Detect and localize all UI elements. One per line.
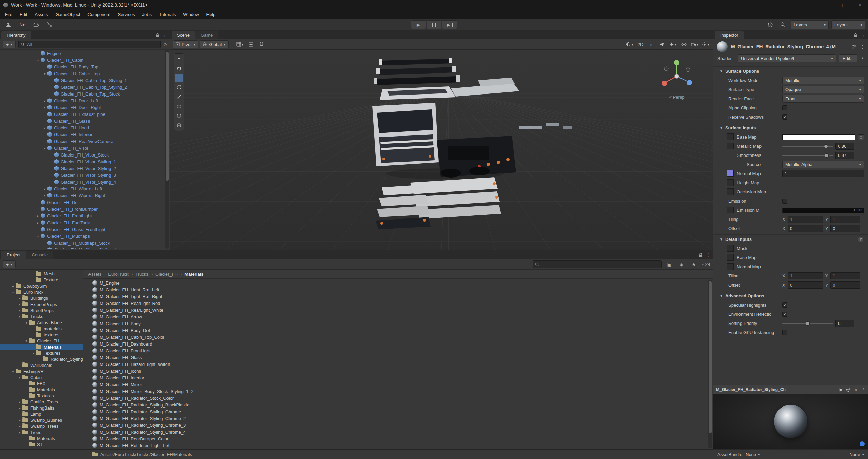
increment-snap-toggle[interactable] (257, 40, 266, 48)
project-folder-item[interactable]: ▾Antos_Blade (0, 319, 83, 326)
material-preview-area[interactable] (713, 394, 868, 449)
hierarchy-item[interactable]: Glacier_FH_FrontBumper (0, 206, 164, 212)
assetbundle-name-dropdown[interactable]: None▾ (746, 452, 760, 457)
menu-tutorials[interactable]: Tutorials (155, 10, 179, 19)
color-picker-icon[interactable] (858, 134, 864, 140)
version-control-icon[interactable] (44, 20, 54, 29)
project-folder-item[interactable]: ▾Cabin (0, 374, 83, 380)
scene-orientation-gizmo[interactable]: < Persp (656, 59, 697, 100)
asset-item[interactable]: M_Galcier_FH_RearLight_White (83, 307, 707, 313)
overlay-drag-handle[interactable]: ≡ (175, 55, 183, 63)
search-by-label-icon[interactable]: ◈ (677, 260, 686, 268)
shader-edit-button[interactable]: Edit... (839, 54, 857, 62)
rect-tool-button[interactable] (175, 102, 183, 111)
detail-offset-x-field[interactable]: 0 (788, 281, 823, 289)
project-folder-item[interactable]: Materials (0, 344, 83, 350)
asset-item[interactable]: M_Glacier_FH_Arrow (83, 313, 707, 320)
hierarchy-item[interactable]: Glacier_FH_Interior (0, 131, 164, 138)
tab-game[interactable]: Game (195, 31, 218, 39)
audio-toggle[interactable] (658, 40, 667, 48)
asset-item[interactable]: M_Glacier_FH_Rot_Inter_Light_Left (83, 442, 707, 449)
project-folder-item[interactable]: ▸Conifer_Trees (0, 399, 83, 405)
foldout-arrow[interactable]: ▾ (24, 321, 29, 325)
smoothness-source-dropdown[interactable]: Metallic Alpha▾ (782, 161, 864, 168)
hierarchy-item[interactable]: Engine (0, 50, 164, 57)
tool-handle-rotation-dropdown[interactable]: Global▾ (200, 40, 228, 48)
menu-window[interactable]: Window (179, 10, 202, 19)
presets-icon[interactable] (852, 45, 857, 49)
metallic-map-texture-slot[interactable] (727, 143, 734, 149)
hierarchy-item[interactable]: ▸Glacier_FH_FuelTank (0, 219, 164, 226)
offset-x-field[interactable]: 0 (788, 225, 823, 232)
project-search-input[interactable] (533, 260, 662, 268)
project-folder-item[interactable]: ▸Swamp_Bushes (0, 417, 83, 423)
render-face-dropdown[interactable]: Front▾ (782, 95, 864, 103)
smoothness-value-field[interactable]: 0.87 (835, 152, 854, 159)
lighting-toggle[interactable]: ☼ (647, 40, 656, 48)
panel-lock-icon[interactable] (156, 33, 159, 37)
scene-viewport[interactable]: ≡ (170, 50, 713, 250)
tiling-y-field[interactable]: 1 (830, 216, 860, 223)
foldout-arrow[interactable]: ▾ (31, 351, 36, 355)
hierarchy-search-input[interactable]: All (18, 41, 161, 48)
search-icon[interactable] (778, 20, 788, 29)
normal-scale-field[interactable]: 1 (782, 170, 864, 177)
asset-list-scrollbar[interactable] (708, 280, 712, 448)
hierarchy-item[interactable]: ▾Glacier_FH_Visor (0, 145, 164, 151)
foldout-arrow[interactable]: ▸ (17, 400, 22, 404)
asset-item[interactable]: M_Glacier_FH_Dashboard (83, 340, 707, 347)
metallic-value-field[interactable]: 0.86 (835, 143, 854, 150)
foldout-arrow[interactable]: ▸ (42, 99, 47, 103)
scale-tool-button[interactable] (175, 92, 183, 101)
asset-item[interactable]: M_Galcier_FH_Light_Rot_Right (83, 293, 707, 300)
project-folder-item[interactable]: Lamp (0, 411, 83, 417)
tab-scene[interactable]: Scene (172, 31, 195, 39)
pause-button[interactable] (427, 20, 441, 29)
asset-item[interactable]: M_Glacier_FH_Radiator_Styling_Chrome_2 (83, 415, 707, 422)
asset-item[interactable]: M_Glacier_FH_Mirror (83, 381, 707, 388)
hierarchy-item[interactable]: ▾Glacier_FH_Mudflaps (0, 233, 164, 239)
project-folder-item[interactable]: ▸FishingBaits (0, 405, 83, 411)
project-folder-item[interactable]: Materials (0, 387, 83, 393)
layers-dropdown[interactable]: Layers▾ (791, 20, 829, 29)
hierarchy-item[interactable]: ▸Glacier_FH_Wipers_Left (0, 185, 164, 192)
gpu-instancing-checkbox[interactable] (782, 330, 787, 335)
create-asset-button[interactable]: +▾ (3, 260, 16, 268)
foldout-arrow[interactable]: ▼ (719, 237, 723, 241)
menu-services[interactable]: Services (114, 10, 139, 19)
breadcrumb-item[interactable]: Trucks (135, 272, 149, 277)
section-surface-inputs[interactable]: ▼Surface Inputs (713, 123, 868, 132)
foldout-arrow[interactable]: ▾ (24, 339, 29, 343)
asset-item[interactable]: M_Glacier_FH_Body (83, 320, 707, 327)
preview-menu-icon[interactable]: ⋮ (861, 387, 865, 392)
hierarchy-item[interactable]: Glacier_FH_Det (0, 199, 164, 206)
scene-visibility-toggle[interactable] (679, 40, 688, 48)
layout-dropdown[interactable]: Layout▾ (831, 20, 865, 29)
smoothness-slider[interactable] (782, 155, 833, 156)
create-object-button[interactable]: +▾ (3, 41, 16, 48)
hierarchy-item[interactable]: ▸Glacier_FH_FrontLight (0, 212, 164, 219)
hierarchy-item[interactable]: Glacier_FH_RearViewCamera (0, 138, 164, 145)
tool-handle-pivot-dropdown[interactable]: Pivot▾ (173, 40, 198, 48)
hierarchy-item[interactable]: Glacier_FH_Visor_Styling_2 (0, 165, 164, 172)
gizmos-dropdown[interactable]: ▾ (701, 40, 710, 48)
project-folder-item[interactable]: ▾EuroTruck (0, 289, 83, 295)
asset-item[interactable]: M_Glacier_FH_Mirror_Body_Stock_Styling_1… (83, 388, 707, 395)
occlusion-map-texture-slot[interactable] (727, 188, 734, 195)
height-map-texture-slot[interactable] (727, 179, 734, 186)
hierarchy-item[interactable]: ▸Glacier_FH_Door_Right (0, 104, 164, 111)
foldout-arrow[interactable]: ▸ (17, 302, 22, 306)
play-button[interactable]: ▶ (411, 20, 426, 29)
tab-project[interactable]: Project (1, 251, 26, 259)
emission-map-texture-slot[interactable] (727, 207, 734, 213)
shader-menu-icon[interactable]: ⋮ (860, 56, 865, 61)
project-folder-item[interactable]: materials (0, 326, 83, 332)
detail-offset-y-field[interactable]: 0 (830, 281, 860, 289)
base-map-texture-slot[interactable] (727, 133, 734, 140)
grid-visibility-dropdown[interactable]: ▾ (236, 40, 244, 48)
foldout-arrow[interactable]: ▸ (42, 187, 47, 191)
hierarchy-item[interactable]: Glacier_FH_Visor_Stock (0, 151, 164, 158)
project-folder-item[interactable]: ▾Glacier_FH (0, 338, 83, 344)
preview-mesh-icon[interactable] (846, 387, 851, 392)
normal-map-texture-slot[interactable] (727, 170, 734, 177)
